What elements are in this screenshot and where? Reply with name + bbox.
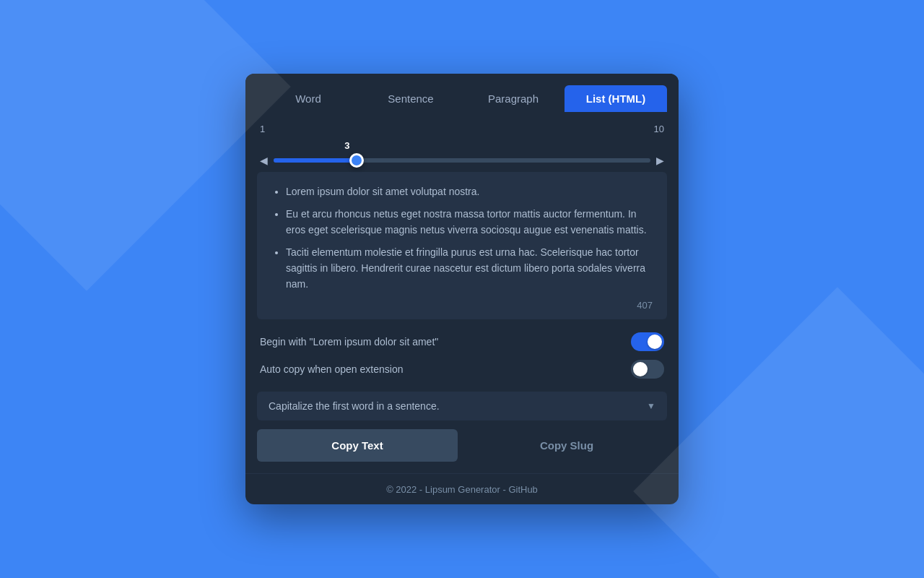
slider-section: 1 10 3 ◀ ▶ — [245, 112, 679, 172]
list-item: Lorem ipsum dolor sit amet volutpat nost… — [286, 184, 653, 199]
tabs-bar: Word Sentence Paragraph List (HTML) — [245, 74, 679, 112]
slider-container: ◀ ▶ — [260, 155, 664, 166]
tab-list-html[interactable]: List (HTML) — [565, 85, 667, 112]
char-count: 407 — [271, 300, 653, 311]
lorem-ipsum-option-row: Begin with "Lorem ipsum dolor sit amet" — [260, 328, 664, 355]
tab-sentence[interactable]: Sentence — [359, 85, 462, 112]
auto-copy-toggle-track — [631, 360, 664, 379]
capitalize-dropdown[interactable]: Capitalize the first word in a sentence.… — [257, 392, 667, 420]
tab-word[interactable]: Word — [257, 85, 359, 112]
lorem-list: Lorem ipsum dolor sit amet volutpat nost… — [271, 184, 653, 292]
buttons-section: Copy Text Copy Slug — [245, 429, 679, 473]
lorem-ipsum-option-label: Begin with "Lorem ipsum dolor sit amet" — [260, 336, 438, 348]
lorem-ipsum-content: Lorem ipsum dolor sit amet volutpat nost… — [257, 172, 667, 319]
auto-copy-option-label: Auto copy when open extension — [260, 363, 403, 375]
slider-range-labels: 1 10 — [260, 124, 664, 134]
copy-text-button[interactable]: Copy Text — [257, 429, 458, 462]
lorem-ipsum-toggle-thumb — [648, 335, 662, 349]
tab-paragraph[interactable]: Paragraph — [462, 85, 565, 112]
footer-text: © 2022 - Lipsum Generator - GitHub — [386, 484, 538, 495]
footer: © 2022 - Lipsum Generator - GitHub — [245, 473, 679, 504]
slider-fill — [274, 158, 357, 163]
dropdown-arrow-icon: ▼ — [647, 401, 655, 411]
main-card: Word Sentence Paragraph List (HTML) 1 10… — [245, 74, 679, 504]
copy-slug-button[interactable]: Copy Slug — [466, 429, 667, 462]
capitalize-dropdown-label: Capitalize the first word in a sentence. — [269, 400, 440, 412]
slider-left-arrow[interactable]: ◀ — [260, 155, 268, 166]
slider-current-value: 3 — [344, 140, 349, 151]
list-item: Eu et arcu rhoncus netus eget nostra mas… — [286, 206, 653, 238]
auto-copy-option-row: Auto copy when open extension — [260, 355, 664, 383]
slider-thumb[interactable] — [349, 153, 364, 168]
slider-track — [274, 158, 650, 163]
slider-track-wrap[interactable] — [274, 158, 650, 163]
list-item: Taciti elementum molestie et fringilla p… — [286, 244, 653, 293]
slider-min-label: 1 — [260, 124, 265, 134]
lorem-ipsum-toggle[interactable] — [631, 332, 664, 351]
auto-copy-toggle[interactable] — [631, 360, 664, 379]
slider-value-area: 3 — [260, 140, 664, 153]
options-section: Begin with "Lorem ipsum dolor sit amet" … — [245, 319, 679, 392]
auto-copy-toggle-thumb — [633, 362, 648, 376]
dropdown-section: Capitalize the first word in a sentence.… — [245, 392, 679, 429]
slider-max-label: 10 — [654, 124, 664, 134]
slider-right-arrow[interactable]: ▶ — [656, 155, 664, 166]
lorem-ipsum-toggle-track — [631, 332, 664, 351]
